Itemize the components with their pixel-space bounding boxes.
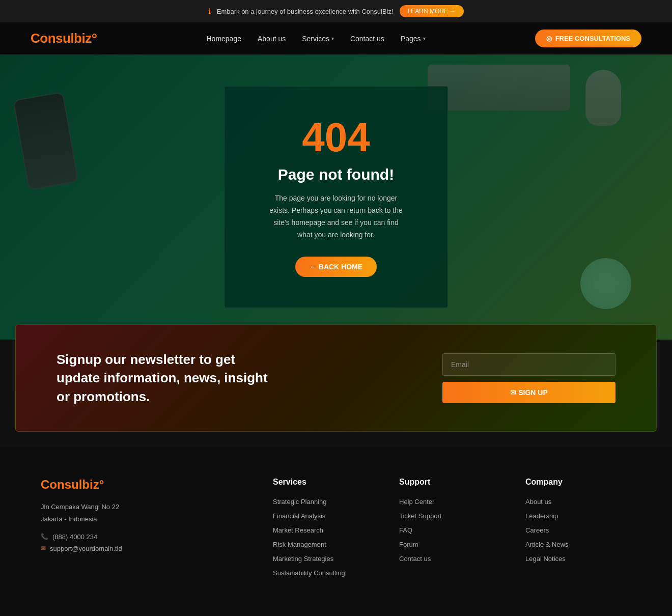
hero-section: 404 Page not found! The page you are loo… xyxy=(0,54,672,340)
navbar: Consulbiz° Homepage About us Services ▾ … xyxy=(0,22,672,54)
footer-link-financial-analysis[interactable]: Financial Analysis xyxy=(273,511,379,520)
nav-services[interactable]: Services ▾ xyxy=(302,35,334,43)
email-icon: ✉ xyxy=(41,545,46,552)
back-home-button[interactable]: ← BACK HOME xyxy=(295,257,377,277)
services-dropdown-arrow: ▾ xyxy=(331,36,334,41)
footer-link-strategic-planning[interactable]: Strategic Planning xyxy=(273,497,379,506)
nav-links: Homepage About us Services ▾ Contact us … xyxy=(206,34,425,43)
newsletter-section: Signup our newsletter to get update info… xyxy=(15,324,657,432)
error-description: The page you are looking for no longer e… xyxy=(265,192,407,241)
footer-address: Jln Cempaka Wangi No 22Jakarta - Indones… xyxy=(41,501,253,525)
support-links: Help Center Ticket Support FAQ Forum Con… xyxy=(399,497,505,563)
company-links: About us Leadership Careers Article & Ne… xyxy=(525,497,631,563)
sign-up-button[interactable]: ✉ SIGN UP xyxy=(442,382,615,403)
banner-message: Embark on a journey of business excellen… xyxy=(217,8,394,15)
top-banner: ℹ Embark on a journey of business excell… xyxy=(0,0,672,22)
newsletter-title: Signup our newsletter to get update info… xyxy=(57,350,270,406)
services-col-title: Services xyxy=(273,478,379,487)
consult-icon: ◎ xyxy=(546,35,552,42)
error-code: 404 xyxy=(265,117,407,158)
nav-homepage[interactable]: Homepage xyxy=(206,34,241,43)
footer-link-contact-us[interactable]: Contact us xyxy=(399,554,505,563)
footer-link-about-us[interactable]: About us xyxy=(525,497,631,506)
footer-company-column: Company About us Leadership Careers Arti… xyxy=(525,478,631,577)
footer-link-careers[interactable]: Careers xyxy=(525,525,631,535)
desk-cup-decoration xyxy=(580,258,631,309)
footer-brand-column: Consulbiz° Jln Cempaka Wangi No 22Jakart… xyxy=(41,478,253,577)
footer-link-sustainability-consulting[interactable]: Sustainability Consulting xyxy=(273,568,379,577)
desk-keyboard-decoration xyxy=(428,65,570,110)
footer-services-column: Services Strategic Planning Financial An… xyxy=(273,478,379,577)
error-title: Page not found! xyxy=(265,166,407,183)
support-col-title: Support xyxy=(399,478,505,487)
error-card: 404 Page not found! The page you are loo… xyxy=(224,86,448,307)
footer-link-help-center[interactable]: Help Center xyxy=(399,497,505,506)
footer-link-legal-notices[interactable]: Legal Notices xyxy=(525,554,631,563)
footer-link-market-research[interactable]: Market Research xyxy=(273,525,379,535)
footer-link-marketing-strategies[interactable]: Marketing Strategies xyxy=(273,554,379,563)
nav-contact[interactable]: Contact us xyxy=(350,34,384,43)
footer-link-faq[interactable]: FAQ xyxy=(399,525,505,535)
info-icon: ℹ xyxy=(208,7,211,15)
footer-link-leadership[interactable]: Leadership xyxy=(525,511,631,520)
email-input[interactable] xyxy=(442,353,615,376)
free-consultations-button[interactable]: ◎ FREE CONSULTATIONS xyxy=(535,30,641,47)
footer-phone: 📞 (888) 4000 234 xyxy=(41,533,253,541)
footer-main: Consulbiz° Jln Cempaka Wangi No 22Jakart… xyxy=(0,447,672,616)
footer-support-column: Support Help Center Ticket Support FAQ F… xyxy=(399,478,505,577)
footer-link-ticket-support[interactable]: Ticket Support xyxy=(399,511,505,520)
footer-link-forum[interactable]: Forum xyxy=(399,540,505,549)
services-links: Strategic Planning Financial Analysis Ma… xyxy=(273,497,379,577)
footer-email: ✉ support@yourdomain.tld xyxy=(41,545,253,552)
nav-about[interactable]: About us xyxy=(258,34,286,43)
footer-grid: Consulbiz° Jln Cempaka Wangi No 22Jakart… xyxy=(41,478,631,577)
newsletter-form: ✉ SIGN UP xyxy=(442,353,615,403)
footer-link-article-news[interactable]: Article & News xyxy=(525,540,631,549)
logo[interactable]: Consulbiz° xyxy=(31,31,97,46)
nav-pages[interactable]: Pages ▾ xyxy=(401,35,426,43)
desk-mouse-decoration xyxy=(585,70,621,126)
phone-icon: 📞 xyxy=(41,533,48,540)
pages-dropdown-arrow: ▾ xyxy=(423,36,426,41)
footer-logo: Consulbiz° xyxy=(41,478,253,492)
learn-more-button[interactable]: LEARN MORE → xyxy=(400,5,464,17)
footer-link-risk-management[interactable]: Risk Management xyxy=(273,540,379,549)
company-col-title: Company xyxy=(525,478,631,487)
